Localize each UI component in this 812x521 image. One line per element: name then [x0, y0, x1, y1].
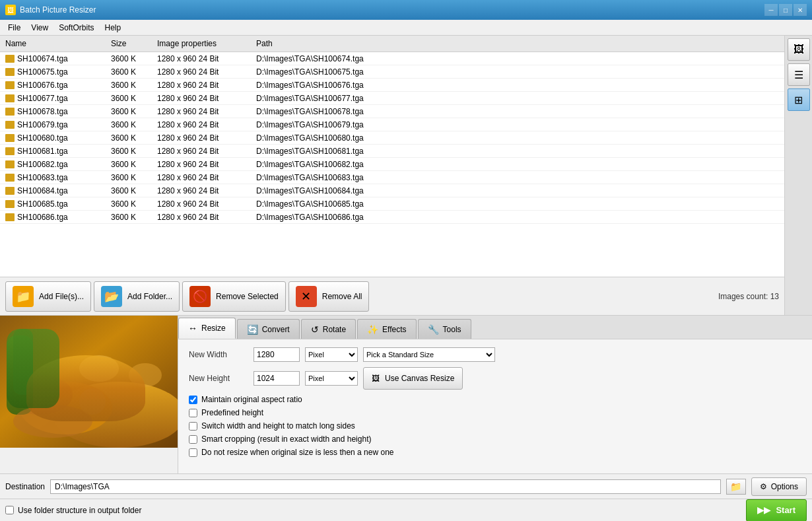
resize-tab-icon: ↔ — [188, 323, 197, 333]
file-path: D:\Images\TGA\SH100683.tga — [254, 173, 782, 182]
maintain-aspect-checkbox[interactable] — [189, 396, 197, 404]
footer: Use folder structure in output folder ▶▶… — [0, 499, 812, 521]
maximize-button[interactable]: □ — [779, 4, 792, 16]
smart-crop-checkbox[interactable] — [189, 435, 197, 444]
use-canvas-resize-button[interactable]: 🖼 Use Canvas Resize — [363, 367, 463, 390]
file-path: D:\Images\TGA\SH100680.tga — [254, 133, 782, 143]
table-row[interactable]: SH100679.tga 3600 K 1280 x 960 24 Bit D:… — [0, 118, 784, 131]
tab-resize[interactable]: ↔ Resize — [178, 318, 236, 339]
file-name: SH100686.tga — [3, 213, 108, 222]
new-height-label: New Height — [189, 374, 248, 383]
table-row[interactable]: SH100685.tga 3600 K 1280 x 960 24 Bit D:… — [0, 197, 784, 211]
app-container: 🖼 Batch Picture Resizer ─ □ ✕ File View … — [0, 0, 812, 521]
file-size: 3600 K — [108, 147, 154, 156]
table-row[interactable]: SH100684.tga 3600 K 1280 x 960 24 Bit D:… — [0, 184, 784, 197]
menu-file[interactable]: File — [3, 22, 26, 34]
new-width-input[interactable] — [254, 347, 300, 362]
table-row[interactable]: SH100676.tga 3600 K 1280 x 960 24 Bit D:… — [0, 79, 784, 92]
preview-and-options: ↔ Resize 🔄 Convert ↺ Rotate ✨ Effects — [0, 315, 812, 473]
file-props: 1280 x 960 24 Bit — [154, 147, 254, 156]
toolbar: 📁 Add File(s)... 📂 Add Folder... 🚫 Remov… — [0, 277, 784, 315]
file-column: Name Size Image properties Path SH100674… — [0, 36, 784, 315]
file-size: 3600 K — [108, 120, 154, 129]
destination-input[interactable] — [50, 479, 721, 494]
switch-wh-checkbox[interactable] — [189, 422, 197, 431]
menu-help[interactable]: Help — [100, 22, 127, 34]
add-files-button[interactable]: 📁 Add File(s)... — [5, 281, 91, 312]
tools-tab-label: Tools — [443, 325, 461, 334]
standard-size-select[interactable]: Pick a Standard Size 640 x 480 800 x 600… — [363, 347, 495, 362]
svg-point-7 — [129, 363, 162, 387]
content-area: Name Size Image properties Path SH100674… — [0, 36, 812, 521]
svg-rect-5 — [13, 329, 33, 395]
upper-section: Name Size Image properties Path SH100674… — [0, 36, 812, 315]
images-count: Images count: 13 — [718, 292, 779, 301]
file-props: 1280 x 960 24 Bit — [154, 186, 254, 195]
no-resize-checkbox[interactable] — [189, 448, 197, 457]
col-name: Name — [3, 38, 108, 50]
table-row[interactable]: SH100674.tga 3600 K 1280 x 960 24 Bit D:… — [0, 52, 784, 65]
effects-tab-label: Effects — [382, 325, 406, 334]
use-canvas-resize-label: Use Canvas Resize — [385, 374, 454, 383]
file-props: 1280 x 960 24 Bit — [154, 133, 254, 143]
file-size: 3600 K — [108, 107, 154, 116]
app-icon: 🖼 — [5, 5, 16, 15]
tab-tools[interactable]: 🔧 Tools — [418, 319, 471, 339]
minimize-button[interactable]: ─ — [764, 4, 778, 16]
predefined-height-row: Predefined height — [189, 408, 801, 417]
file-size: 3600 K — [108, 173, 154, 182]
new-height-input[interactable] — [254, 371, 300, 386]
remove-all-icon: ✕ — [296, 286, 317, 307]
new-width-label: New Width — [189, 350, 248, 359]
col-size: Size — [108, 38, 154, 50]
preview-image — [0, 316, 178, 448]
view-grid-icon[interactable]: ⊞ — [788, 88, 810, 111]
svg-point-6 — [79, 355, 119, 382]
file-name: SH100674.tga — [3, 54, 108, 63]
switch-wh-label: Switch width and height to match long si… — [201, 421, 355, 431]
height-unit-select[interactable]: Pixel Percent — [305, 371, 358, 386]
options-button[interactable]: ⚙ Options — [751, 477, 807, 496]
tab-effects[interactable]: ✨ Effects — [357, 319, 416, 339]
menu-softorbits[interactable]: SoftOrbits — [53, 22, 99, 34]
file-path: D:\Images\TGA\SH100681.tga — [254, 147, 782, 156]
table-row[interactable]: SH100686.tga 3600 K 1280 x 960 24 Bit D:… — [0, 211, 784, 224]
remove-selected-button[interactable]: 🚫 Remove Selected — [182, 281, 286, 312]
canvas-btn-icon: 🖼 — [372, 374, 380, 383]
col-props: Image properties — [154, 38, 254, 50]
add-folder-button[interactable]: 📂 Add Folder... — [94, 281, 180, 312]
convert-tab-icon: 🔄 — [247, 324, 258, 335]
maintain-aspect-label: Maintain original aspect ratio — [201, 395, 302, 404]
table-row[interactable]: SH100682.tga 3600 K 1280 x 960 24 Bit D:… — [0, 158, 784, 171]
table-row[interactable]: SH100675.tga 3600 K 1280 x 960 24 Bit D:… — [0, 65, 784, 79]
table-row[interactable]: SH100683.tga 3600 K 1280 x 960 24 Bit D:… — [0, 171, 784, 184]
destination-browse-button[interactable]: 📁 — [726, 479, 746, 495]
titlebar: 🖼 Batch Picture Resizer ─ □ ✕ — [0, 0, 812, 20]
svg-point-8 — [13, 405, 92, 438]
table-row[interactable]: SH100680.tga 3600 K 1280 x 960 24 Bit D:… — [0, 131, 784, 145]
use-folder-checkbox[interactable] — [5, 506, 14, 514]
add-folder-icon: 📂 — [101, 286, 122, 307]
tab-convert[interactable]: 🔄 Convert — [237, 319, 300, 339]
table-row[interactable]: SH100677.tga 3600 K 1280 x 960 24 Bit D:… — [0, 92, 784, 105]
destination-bar: Destination 📁 ⚙ Options — [0, 473, 812, 499]
file-name: SH100677.tga — [3, 94, 108, 103]
file-path: D:\Images\TGA\SH100677.tga — [254, 94, 782, 103]
view-list-icon[interactable]: ☰ — [788, 63, 810, 86]
width-unit-select[interactable]: Pixel Percent — [305, 347, 358, 362]
remove-all-button[interactable]: ✕ Remove All — [288, 281, 370, 312]
tab-rotate[interactable]: ↺ Rotate — [301, 319, 356, 339]
table-row[interactable]: SH100678.tga 3600 K 1280 x 960 24 Bit D:… — [0, 105, 784, 118]
start-label: Start — [776, 505, 795, 515]
file-list[interactable]: SH100674.tga 3600 K 1280 x 960 24 Bit D:… — [0, 52, 784, 277]
destination-label: Destination — [5, 482, 45, 491]
start-button[interactable]: ▶▶ Start — [746, 499, 807, 522]
table-row[interactable]: SH100681.tga 3600 K 1280 x 960 24 Bit D:… — [0, 145, 784, 158]
remove-selected-icon: 🚫 — [189, 286, 211, 307]
menu-view[interactable]: View — [26, 22, 53, 34]
predefined-height-checkbox[interactable] — [189, 409, 197, 417]
view-thumbnail-icon[interactable]: 🖼 — [788, 38, 810, 61]
file-name: SH100682.tga — [3, 160, 108, 169]
file-size: 3600 K — [108, 54, 154, 63]
close-button[interactable]: ✕ — [794, 4, 807, 16]
